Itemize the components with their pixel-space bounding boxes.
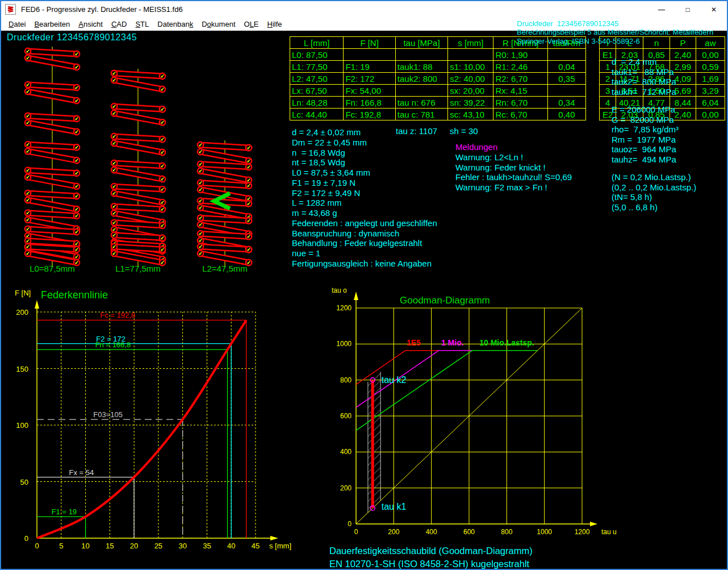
table-cell: Lc: 44,40 [290,109,344,120]
table-row: Lx: 67,50Fx: 54,00sx: 20,00Rx: 4,15 [290,85,586,97]
table-cell: sn: 39,22 [448,97,493,109]
table-cell: Rc: 6,70 [493,109,547,120]
column-header: tau [MPa] [395,37,447,49]
x-tick-label: 600 [463,528,475,536]
menu-item-cad[interactable]: CAD [110,19,128,30]
results-table: L [mm]F [N]tau [MPa]s [mm]R [N/mm]tau/Rm… [290,36,586,120]
close-button[interactable]: ✕ [701,1,727,18]
menu-item-hilfe[interactable]: Hilfe [266,19,283,30]
table-cell: R0: 1,90 [493,49,547,61]
spring-parameters: d = 2,4 ± 0,02 mm Dm = 22 ± 0,45 mm n = … [292,127,437,269]
table-cell: 0,00 [696,109,725,120]
table-cell: Fc: 192,8 [344,109,395,120]
x-tick-label: 35 [203,542,211,550]
client-area: Druckfeder 123456789012345 L0=87,5mmL1=7… [1,31,727,569]
table-row: Lc: 44,40Fc: 192,8tau c: 781sc: 43,10Rc:… [290,109,586,120]
table-cell [547,49,585,61]
table-row: Ln: 48,28Fn: 166,8tau n: 676sn: 39,22Rn:… [290,97,586,109]
table-cell: 0,34 [547,97,585,109]
life-notes: (N = 0,2 Mio.Lastsp.) (0,2 .. 0,2 Mio.La… [612,172,696,212]
stress-point-label: tau k1 [382,502,407,511]
x-axis-label: tau u [601,528,617,536]
table-cell: Rx: 4,15 [493,85,547,97]
stress-values: d = 2,4 mm tauk1= 88 MPa tauk2= 800 MPa … [612,57,696,97]
y-tick-label: 1000 [336,340,352,348]
marker-label: Fx = 54 [69,468,94,477]
marker-label: F1 = 19 [52,507,77,516]
table-cell [448,49,493,61]
chart-title: Federkennlinie [41,289,108,301]
spring-length-label: L0=87,5mm [30,264,75,273]
table-row: L1: 77,50F1: 19tauk1: 88s1: 10,00R1: 2,4… [290,61,586,73]
table-cell: Fn: 166,8 [344,97,395,109]
table-cell: 6,04 [696,97,725,109]
table-cell: s1: 10,00 [448,61,493,73]
menu-item-datenbank[interactable]: Datenbank [156,19,194,30]
x-tick-label: 40 [227,542,235,550]
table-cell: F2: 172 [344,73,395,85]
menu-item-dokument[interactable]: Dokument [200,19,236,30]
y-tick-label: 400 [340,448,352,456]
menu-item-bearbeiten[interactable]: Bearbeiten [33,19,71,30]
y-tick-label: 0 [24,534,28,543]
column-header: L [mm] [290,37,344,49]
messages-title: Meldungen [455,142,572,152]
sh-value: sh = 30 [450,126,478,136]
table-row: L0: 87,50R0: 1,90 [290,49,586,61]
table-cell: 0,35 [547,73,585,85]
marker-label: Fn = 166,8 [95,340,131,349]
menu-item-ansicht[interactable]: Ansicht [77,19,104,30]
y-tick-label: 50 [20,478,28,486]
maximize-button[interactable]: □ [675,1,701,18]
tolerance-band [368,372,380,513]
table-cell: R2: 6,70 [493,73,547,85]
app-spring-icon [5,4,16,15]
table-cell: L0: 87,50 [290,49,344,61]
x-tick-label: 1000 [537,528,552,536]
table-cell: Rn: 6,70 [493,97,547,109]
table-cell [547,85,585,97]
table-row: L2: 47,50F2: 172tauk2: 800s2: 40,00R2: 6… [290,73,586,85]
fatigue-line-label: 10 Mio.Lastsp. [479,338,534,347]
y-tick-label: 150 [16,365,28,373]
x-axis-label: s [mm] [269,542,291,550]
x-tick-label: 25 [154,542,162,550]
table-cell [395,49,447,61]
x-tick-label: 800 [501,528,512,536]
message-line: Fehler : taukh>tauhzul! S=0,69 [455,172,572,182]
table-cell: tau c: 781 [395,109,447,120]
menu-item-stl[interactable]: STL [134,19,150,30]
goodman-reference-text: Druckfeder 123456789012345 Berechnungsbe… [517,19,713,45]
y-tick-label: 1200 [336,304,352,312]
table-cell: tau n: 676 [395,97,447,109]
x-tick-label: 10 [81,542,89,550]
x-tick-label: 400 [426,528,437,536]
table-cell: 1,69 [696,73,725,85]
x-tick-label: 30 [178,542,186,550]
column-header: s [mm] [448,37,493,49]
goodman-chart: 0200400600800100012000200400600800100012… [319,282,612,544]
window-title: FED6 - Progressive zyl. Druckfeder - MEI… [21,5,183,14]
material-values: E = 206000 MPa G = 82000 MPa rho= 7,85 k… [612,105,696,164]
chart-title: Goodman-Diagramm [400,295,490,306]
minimize-button[interactable]: — [648,1,675,18]
x-tick-label: 20 [130,542,138,550]
table-cell [395,85,447,97]
table-cell: 0,04 [547,61,585,73]
table-cell: tauk2: 800 [395,73,447,85]
table-cell: sx: 20,00 [448,85,493,97]
fatigue-line [356,351,538,431]
message-line: Warnung: F2 max > Fn ! [455,182,572,193]
x-tick-label: 0 [35,542,39,550]
menu-item-ole[interactable]: OLE [243,19,260,30]
menu-item-datei[interactable]: Datei [7,19,27,30]
y-axis-label: F [N] [15,289,31,297]
table-cell: Ln: 48,28 [290,97,344,109]
marker-label: Fc = 192,8 [100,311,135,319]
table-cell [344,49,395,61]
spring-length-label: L1=77,5mm [115,264,161,273]
y-tick-label: 200 [16,308,28,317]
fatigue-line-label: 1E5 [407,338,421,347]
table-cell: s2: 40,00 [448,73,493,85]
table-cell: L2: 47,50 [290,73,344,85]
